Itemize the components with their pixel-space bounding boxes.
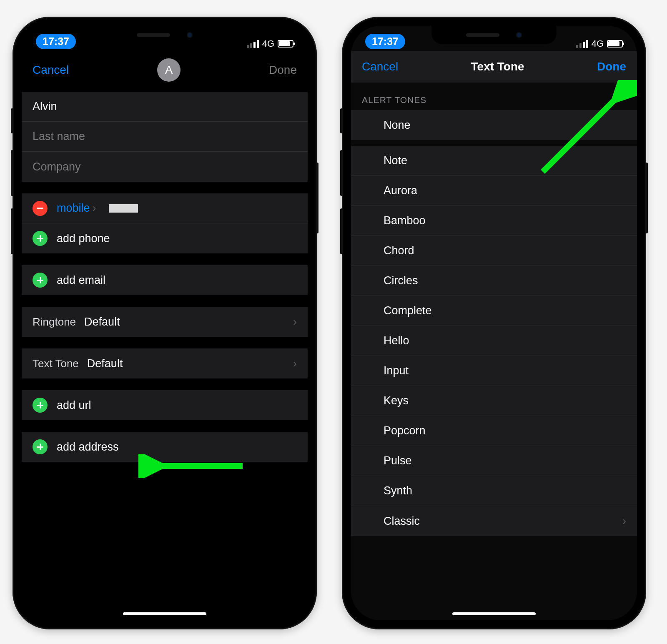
texttone-row[interactable]: Text Tone Default ›: [22, 348, 308, 378]
tone-complete[interactable]: Complete: [351, 296, 637, 326]
done-button[interactable]: Done: [269, 63, 297, 77]
status-time-pill: 17:37: [365, 34, 405, 49]
front-camera: [516, 32, 522, 38]
company-placeholder: Company: [33, 160, 81, 173]
front-camera: [187, 32, 193, 38]
add-phone-label: add phone: [57, 232, 110, 245]
add-email-label: add email: [57, 274, 105, 287]
tone-input[interactable]: Input: [351, 356, 637, 386]
done-button[interactable]: Done: [597, 60, 626, 73]
chevron-right-icon: ›: [622, 514, 626, 528]
tone-popcorn[interactable]: Popcorn: [351, 416, 637, 446]
remove-phone-icon[interactable]: [33, 201, 48, 216]
add-icon[interactable]: [33, 273, 48, 288]
add-icon[interactable]: [33, 439, 48, 454]
device-frame-right: 17:37 4G Cancel Text Tone Done ALERT TON…: [342, 17, 646, 629]
volume-down: [340, 208, 343, 254]
silent-switch: [340, 108, 343, 133]
tone-classic[interactable]: Classic ›: [351, 506, 637, 536]
texttone-navbar: Cancel Text Tone Done: [351, 51, 637, 83]
status-time-pill: 17:37: [36, 34, 76, 49]
network-label: 4G: [592, 38, 604, 49]
home-indicator[interactable]: [452, 612, 536, 615]
add-url-row[interactable]: add url: [22, 390, 308, 420]
chevron-right-icon: ›: [93, 202, 96, 215]
home-indicator[interactable]: [123, 612, 206, 615]
texttone-label: Text Tone: [33, 357, 79, 370]
edit-contact-navbar: Cancel A Done: [22, 51, 308, 89]
tone-keys[interactable]: Keys: [351, 386, 637, 416]
tone-circles[interactable]: Circles: [351, 266, 637, 296]
first-name-field[interactable]: Alvin: [22, 92, 308, 122]
name-section: Alvin Last name Company: [22, 92, 308, 182]
tone-hello[interactable]: Hello: [351, 326, 637, 356]
phone-type-label[interactable]: mobile: [57, 202, 90, 215]
signal-icon: [247, 40, 259, 48]
chevron-right-icon: ›: [293, 357, 297, 370]
add-address-label: add address: [57, 441, 119, 454]
email-section: add email: [22, 265, 308, 295]
add-icon[interactable]: [33, 231, 48, 246]
last-name-field[interactable]: Last name: [22, 122, 308, 152]
svg-line-3: [543, 93, 622, 172]
tone-bamboo[interactable]: Bamboo: [351, 206, 637, 236]
ringtone-label: Ringtone: [33, 316, 76, 328]
notch: [431, 26, 557, 44]
signal-icon: [576, 40, 588, 48]
first-name-value: Alvin: [33, 100, 57, 113]
network-label: 4G: [262, 38, 274, 49]
add-phone-row[interactable]: add phone: [22, 223, 308, 253]
texttone-section: Text Tone Default ›: [22, 348, 308, 378]
battery-icon: [278, 40, 293, 48]
cancel-button[interactable]: Cancel: [33, 63, 69, 77]
phone-section: mobile › add phone: [22, 193, 308, 253]
phone-entry[interactable]: mobile ›: [22, 193, 308, 223]
earpiece-speaker: [137, 33, 170, 37]
add-url-label: add url: [57, 399, 91, 412]
last-name-placeholder: Last name: [33, 130, 85, 143]
tone-chord[interactable]: Chord: [351, 236, 637, 266]
battery-icon: [607, 40, 623, 48]
ringtone-section: Ringtone Default ›: [22, 307, 308, 337]
tone-pulse[interactable]: Pulse: [351, 446, 637, 476]
contact-avatar[interactable]: A: [157, 58, 181, 82]
ringtone-row[interactable]: Ringtone Default ›: [22, 307, 308, 337]
notch: [102, 26, 227, 44]
tone-aurora[interactable]: Aurora: [351, 176, 637, 206]
power-button: [645, 163, 648, 233]
tone-classic-label: Classic: [384, 515, 420, 528]
volume-up: [11, 150, 13, 196]
ringtone-value: Default: [84, 316, 120, 328]
volume-down: [11, 208, 13, 254]
volume-up: [340, 150, 343, 196]
earpiece-speaker: [466, 33, 499, 37]
chevron-right-icon: ›: [293, 315, 297, 328]
cancel-button[interactable]: Cancel: [362, 60, 398, 73]
annotation-arrow-right: [530, 80, 637, 180]
silent-switch: [11, 108, 13, 133]
add-icon[interactable]: [33, 398, 48, 413]
page-title: Text Tone: [471, 60, 524, 73]
phone-number-redacted: [109, 204, 138, 213]
power-button: [316, 163, 318, 233]
annotation-arrow-left: [138, 454, 247, 478]
tone-synth[interactable]: Synth: [351, 476, 637, 506]
add-email-row[interactable]: add email: [22, 265, 308, 295]
tone-list: Note Aurora Bamboo Chord Circles Complet…: [351, 146, 637, 536]
company-field[interactable]: Company: [22, 152, 308, 182]
texttone-value: Default: [87, 357, 123, 370]
device-frame-left: 17:37 4G Cancel A Done Alvin Last name C…: [13, 17, 317, 629]
url-section: add url: [22, 390, 308, 420]
